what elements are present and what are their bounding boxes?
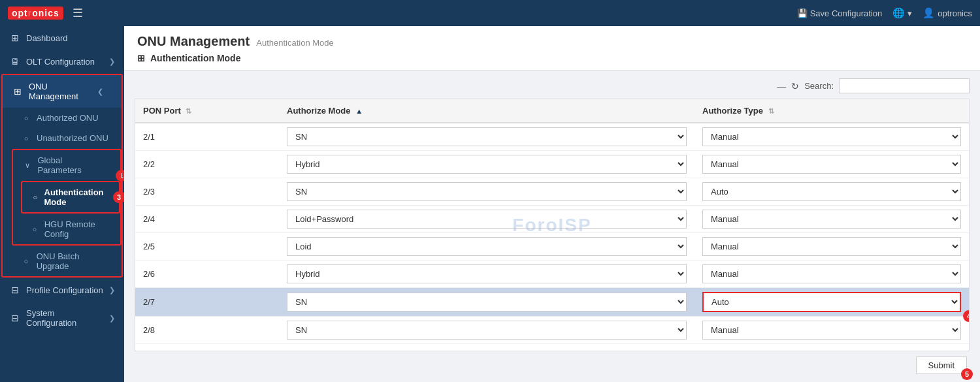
breadcrumb: Authentication Mode bbox=[256, 38, 334, 48]
globe-icon: 🌐 bbox=[892, 7, 905, 19]
page-header: ONU Management Authentication Mode ⊞ Aut… bbox=[124, 26, 980, 71]
pon-port-cell: 2/4 bbox=[135, 206, 279, 233]
authorize-mode-cell: SNHybridLoid+PasswordLoidSN+Loid bbox=[279, 233, 694, 261]
authorize-mode-cell: SNHybridLoid+PasswordLoidSN+Loid bbox=[279, 178, 694, 206]
olt-chevron-icon: ❯ bbox=[109, 57, 115, 66]
sidebar-item-auth-mode[interactable]: ○ Authentication Mode bbox=[22, 182, 119, 212]
authorize-mode-cell: SNHybridLoid+PasswordLoidSN+Loid bbox=[279, 261, 694, 288]
hgu-remote-icon: ○ bbox=[30, 225, 39, 233]
authorize-type-cell: ManualAuto bbox=[694, 178, 969, 206]
onu-sub-menu: ○ Authorized ONU ○ Unauthorized ONU ∨ Gl… bbox=[3, 108, 122, 276]
authorize-mode-cell: SNHybridLoid+PasswordLoidSN+Loid bbox=[279, 206, 694, 233]
search-label: Search: bbox=[804, 81, 834, 91]
authorized-onu-icon: ○ bbox=[21, 114, 31, 122]
authorize-mode-select[interactable]: SNHybridLoid+PasswordLoidSN+Loid bbox=[287, 293, 687, 311]
sidebar-item-hgu-remote[interactable]: ○ HGU Remote Config bbox=[21, 214, 120, 244]
annotation-5: 5 bbox=[961, 368, 973, 380]
hamburger-icon[interactable]: ☰ bbox=[73, 6, 83, 20]
authorize-mode-label: Authorize Mode bbox=[287, 106, 351, 116]
authorize-mode-select[interactable]: SNHybridLoid+PasswordLoidSN+Loid bbox=[287, 182, 687, 201]
global-params-icon: ∨ bbox=[22, 161, 32, 170]
navbar-left: optronics ☰ bbox=[8, 6, 83, 20]
sidebar-item-profile[interactable]: ⊟ Profile Configuration ❯ bbox=[0, 278, 124, 302]
content-area: — ↻ Search: ForoISP PON Port ⇅ bbox=[124, 71, 980, 382]
section-header: ⊞ Authentication Mode bbox=[137, 53, 967, 63]
authorize-mode-select[interactable]: SNHybridLoid+PasswordLoidSN+Loid bbox=[287, 210, 687, 229]
pon-sort-icon[interactable]: ⇅ bbox=[186, 107, 191, 115]
search-input[interactable] bbox=[839, 78, 970, 93]
global-params-sub: ○ Authentication Mode 3 ○ HGU Remote Con… bbox=[13, 181, 120, 244]
table-row: 2/3SNHybridLoid+PasswordLoidSN+LoidManua… bbox=[135, 178, 969, 206]
authorize-mode-select[interactable]: SNHybridLoid+PasswordLoidSN+Loid bbox=[287, 155, 687, 174]
sidebar-label-system: System Configuration bbox=[26, 308, 104, 328]
table-row: 2/1SNHybridLoid+PasswordLoidSN+LoidManua… bbox=[135, 123, 969, 151]
authorize-mode-select[interactable]: SNHybridLoid+PasswordLoidSN+Loid bbox=[287, 237, 687, 256]
authorize-type-select[interactable]: ManualAuto bbox=[702, 155, 961, 174]
sidebar-item-unauthorized-onu[interactable]: ○ Unauthorized ONU bbox=[12, 128, 122, 148]
authorize-type-cell: ManualAuto4 bbox=[694, 288, 969, 317]
logo: optronics bbox=[8, 7, 63, 20]
pon-port-cell: 2/3 bbox=[135, 178, 279, 206]
pon-port-cell: 2/2 bbox=[135, 151, 279, 178]
table-row: 2/6SNHybridLoid+PasswordLoidSN+LoidManua… bbox=[135, 261, 969, 288]
navbar: optronics ☰ 💾 Save Configuration 🌐 ▾ 👤 o… bbox=[0, 0, 980, 26]
refresh-icon[interactable]: ↻ bbox=[791, 81, 799, 91]
pon-port-cell: 2/6 bbox=[135, 261, 279, 288]
sidebar-label-hgu-remote: HGU Remote Config bbox=[44, 219, 111, 239]
header-row: PON Port ⇅ Authorize Mode ▲ Authorize Ty… bbox=[135, 99, 969, 123]
table-row: 2/7SNHybridLoid+PasswordLoidSN+LoidManua… bbox=[135, 288, 969, 317]
table-row: 2/4SNHybridLoid+PasswordLoidSN+LoidManua… bbox=[135, 206, 969, 233]
authorize-type-select[interactable]: ManualAuto bbox=[702, 321, 961, 340]
profile-chevron-icon: ❯ bbox=[109, 286, 115, 294]
sidebar-item-onu-batch[interactable]: ○ ONU Batch Upgrade bbox=[12, 246, 122, 276]
authorize-mode-select[interactable]: SNHybridLoid+PasswordLoidSN+Loid bbox=[287, 127, 687, 146]
table-controls: — ↻ Search: bbox=[135, 78, 970, 93]
pon-port-cell: 2/5 bbox=[135, 233, 279, 261]
col-authorize-type[interactable]: Authorize Type ⇅ bbox=[694, 99, 969, 123]
page-title-row: ONU Management Authentication Mode bbox=[137, 34, 967, 49]
authorize-type-select[interactable]: ManualAuto bbox=[702, 210, 961, 229]
authorize-type-select[interactable]: ManualAuto bbox=[702, 182, 961, 201]
authorize-type-label: Authorize Type bbox=[702, 106, 763, 116]
save-config-label: Save Configuration bbox=[810, 8, 883, 18]
table-row: 2/2SNHybridLoid+PasswordLoidSN+LoidManua… bbox=[135, 151, 969, 178]
profile-icon: ⊟ bbox=[9, 285, 21, 295]
authorize-type-select[interactable]: ManualAuto bbox=[702, 264, 961, 283]
unauthorized-onu-icon: ○ bbox=[21, 135, 31, 142]
table-row: 2/5SNHybridLoid+PasswordLoidSN+LoidManua… bbox=[135, 233, 969, 261]
authorize-mode-cell: SNHybridLoid+PasswordLoidSN+Loid bbox=[279, 151, 694, 178]
sidebar-item-olt[interactable]: 🖥 OLT Configuration ❯ bbox=[0, 50, 124, 73]
authorize-type-select[interactable]: ManualAuto bbox=[702, 127, 961, 146]
sidebar-item-global-params[interactable]: ∨ Global Parameters bbox=[13, 150, 120, 180]
sidebar-item-system[interactable]: ⊟ System Configuration ❯ bbox=[0, 302, 124, 334]
save-config-button[interactable]: 💾 Save Configuration bbox=[797, 8, 883, 18]
minimize-icon[interactable]: — bbox=[777, 81, 786, 91]
authorize-type-cell: ManualAuto bbox=[694, 261, 969, 288]
globe-button[interactable]: 🌐 ▾ bbox=[892, 7, 912, 19]
sidebar-label-auth-mode: Authentication Mode bbox=[44, 187, 105, 207]
col-pon-port[interactable]: PON Port ⇅ bbox=[135, 99, 279, 123]
sidebar-item-onu-mgmt[interactable]: ⊞ ONU Management ❮ bbox=[3, 75, 122, 108]
sidebar-item-dashboard[interactable]: ⊞ Dashboard bbox=[0, 26, 124, 50]
sidebar-label-profile: Profile Configuration bbox=[26, 285, 104, 295]
auth-mode-sort-icon[interactable]: ▲ bbox=[355, 107, 363, 115]
sidebar-label-dashboard: Dashboard bbox=[26, 33, 115, 43]
user-icon: 👤 bbox=[923, 7, 935, 19]
col-authorize-mode[interactable]: Authorize Mode ▲ bbox=[279, 99, 694, 123]
onu-mgmt-chevron-icon: ❮ bbox=[97, 88, 103, 96]
submit-row: Submit 5 bbox=[135, 351, 970, 374]
logo-text: optronics bbox=[8, 7, 63, 20]
section-title: Authentication Mode bbox=[150, 53, 240, 63]
authorize-mode-select[interactable]: SNHybridLoid+PasswordLoidSN+Loid bbox=[287, 321, 687, 340]
sidebar-label-authorized-onu: Authorized ONU bbox=[37, 113, 99, 123]
submit-button[interactable]: Submit bbox=[916, 357, 967, 374]
sidebar: ⊞ Dashboard 🖥 OLT Configuration ❯ ⊞ ONU … bbox=[0, 26, 124, 382]
sidebar-item-authorized-onu[interactable]: ○ Authorized ONU bbox=[12, 108, 122, 128]
pon-port-label: PON Port bbox=[143, 106, 181, 116]
user-menu[interactable]: 👤 optronics bbox=[923, 7, 972, 19]
auth-type-sort-icon[interactable]: ⇅ bbox=[768, 107, 774, 115]
authorize-mode-select[interactable]: SNHybridLoid+PasswordLoidSN+Loid bbox=[287, 264, 687, 283]
layout: ⊞ Dashboard 🖥 OLT Configuration ❯ ⊞ ONU … bbox=[0, 26, 980, 382]
authorize-type-select[interactable]: ManualAuto bbox=[702, 237, 961, 256]
authorize-type-select[interactable]: ManualAuto bbox=[702, 292, 961, 312]
